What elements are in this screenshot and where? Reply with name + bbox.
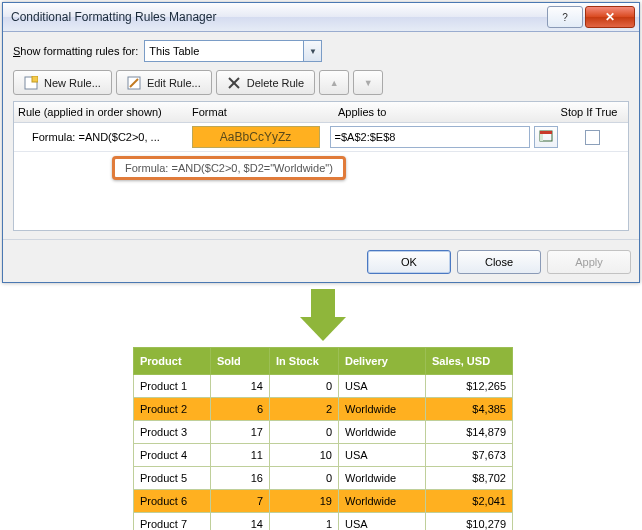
- applies-to-value: =$A$2:$E$8: [335, 131, 396, 143]
- apply-button[interactable]: Apply: [547, 250, 631, 274]
- cell-sales[interactable]: $10,279: [426, 513, 513, 531]
- table-row[interactable]: Product 262Worldwide$4,385: [134, 398, 513, 421]
- cell-delivery[interactable]: USA: [339, 513, 426, 531]
- rules-toolbar: New Rule... Edit Rule... Delete Rule ▲ ▼: [13, 70, 629, 95]
- header-instock: In Stock: [270, 348, 339, 375]
- close-button[interactable]: Close: [457, 250, 541, 274]
- scope-row: Show formatting rules for: This Table ▼: [13, 40, 629, 62]
- cell-product[interactable]: Product 5: [134, 467, 211, 490]
- cell-sales[interactable]: $7,673: [426, 444, 513, 467]
- scope-label: Show formatting rules for:: [13, 45, 138, 57]
- conditional-formatting-dialog: Conditional Formatting Rules Manager ? ✕…: [2, 2, 640, 283]
- svg-rect-1: [32, 76, 38, 82]
- rule-label: Formula: =AND($C2>0, ...: [14, 131, 186, 143]
- ok-button[interactable]: OK: [367, 250, 451, 274]
- cell-instock[interactable]: 0: [270, 467, 339, 490]
- dialog-title: Conditional Formatting Rules Manager: [11, 10, 547, 24]
- data-table: Product Sold In Stock Delivery Sales, US…: [133, 347, 513, 530]
- cell-instock[interactable]: 10: [270, 444, 339, 467]
- cell-delivery[interactable]: USA: [339, 375, 426, 398]
- cell-product[interactable]: Product 2: [134, 398, 211, 421]
- grid-header: Rule (applied in order shown) Format App…: [14, 102, 628, 123]
- cell-sold[interactable]: 6: [211, 398, 270, 421]
- rule-formula-tooltip: Formula: =AND($C2>0, $D2="Worldwide"): [112, 156, 346, 180]
- new-rule-icon: [24, 76, 38, 90]
- cell-sales[interactable]: $14,879: [426, 421, 513, 444]
- scope-value: This Table: [149, 45, 199, 57]
- cell-instock[interactable]: 2: [270, 398, 339, 421]
- scope-combobox[interactable]: This Table ▼: [144, 40, 322, 62]
- table-row[interactable]: Product 3170Worldwide$14,879: [134, 421, 513, 444]
- header-product: Product: [134, 348, 211, 375]
- table-header-row: Product Sold In Stock Delivery Sales, US…: [134, 348, 513, 375]
- arrow-up-icon: ▲: [330, 78, 339, 88]
- cell-instock[interactable]: 0: [270, 375, 339, 398]
- arrow-down-graphic: [300, 289, 346, 343]
- cell-sales[interactable]: $8,702: [426, 467, 513, 490]
- cell-delivery[interactable]: Worldwide: [339, 467, 426, 490]
- edit-rule-button[interactable]: Edit Rule...: [116, 70, 212, 95]
- table-row[interactable]: Product 41110USA$7,673: [134, 444, 513, 467]
- cell-sold[interactable]: 11: [211, 444, 270, 467]
- help-button[interactable]: ?: [547, 6, 583, 28]
- applies-to-input[interactable]: =$A$2:$E$8: [330, 126, 530, 148]
- cell-delivery[interactable]: Worldwide: [339, 398, 426, 421]
- cell-sold[interactable]: 14: [211, 375, 270, 398]
- table-row[interactable]: Product 6719Worldwide$2,041: [134, 490, 513, 513]
- table-row[interactable]: Product 5160Worldwide$8,702: [134, 467, 513, 490]
- cell-sold[interactable]: 7: [211, 490, 270, 513]
- close-icon: ✕: [605, 10, 615, 24]
- cell-product[interactable]: Product 7: [134, 513, 211, 531]
- dialog-body: Show formatting rules for: This Table ▼ …: [3, 32, 639, 282]
- cell-instock[interactable]: 0: [270, 421, 339, 444]
- header-sold: Sold: [211, 348, 270, 375]
- svg-rect-7: [540, 131, 552, 134]
- stop-if-true-checkbox[interactable]: [585, 130, 600, 145]
- cell-product[interactable]: Product 1: [134, 375, 211, 398]
- new-rule-button[interactable]: New Rule...: [13, 70, 112, 95]
- titlebar[interactable]: Conditional Formatting Rules Manager ? ✕: [3, 3, 639, 32]
- cell-delivery[interactable]: USA: [339, 444, 426, 467]
- cell-sales[interactable]: $4,385: [426, 398, 513, 421]
- header-delivery: Delivery: [339, 348, 426, 375]
- cell-sold[interactable]: 14: [211, 513, 270, 531]
- edit-rule-icon: [127, 76, 141, 90]
- header-rule: Rule (applied in order shown): [14, 106, 188, 118]
- cell-sales[interactable]: $2,041: [426, 490, 513, 513]
- dialog-footer: OK Close Apply: [3, 239, 639, 282]
- close-window-button[interactable]: ✕: [585, 6, 635, 28]
- move-up-button[interactable]: ▲: [319, 70, 349, 95]
- arrow-down-icon: ▼: [364, 78, 373, 88]
- header-format: Format: [188, 106, 334, 118]
- svg-rect-8: [540, 134, 543, 141]
- cell-instock[interactable]: 19: [270, 490, 339, 513]
- delete-rule-button[interactable]: Delete Rule: [216, 70, 316, 95]
- result-sheet: Product Sold In Stock Delivery Sales, US…: [2, 347, 642, 530]
- cell-product[interactable]: Product 6: [134, 490, 211, 513]
- cell-delivery[interactable]: Worldwide: [339, 421, 426, 444]
- illustration-arrow: [2, 289, 642, 343]
- delete-rule-icon: [227, 76, 241, 90]
- header-sales: Sales, USD: [426, 348, 513, 375]
- cell-sales[interactable]: $12,265: [426, 375, 513, 398]
- cell-product[interactable]: Product 3: [134, 421, 211, 444]
- range-selector-button[interactable]: [534, 126, 558, 148]
- cell-product[interactable]: Product 4: [134, 444, 211, 467]
- header-applies: Applies to: [334, 106, 550, 118]
- chevron-down-icon: ▼: [303, 41, 321, 61]
- format-preview: AaBbCcYyZz: [192, 126, 320, 148]
- header-stop: Stop If True: [550, 106, 628, 118]
- help-icon: ?: [562, 12, 568, 23]
- range-selector-icon: [539, 130, 553, 144]
- cell-instock[interactable]: 1: [270, 513, 339, 531]
- cell-sold[interactable]: 16: [211, 467, 270, 490]
- cell-sold[interactable]: 17: [211, 421, 270, 444]
- cell-delivery[interactable]: Worldwide: [339, 490, 426, 513]
- move-down-button[interactable]: ▼: [353, 70, 383, 95]
- table-row[interactable]: Product 7141USA$10,279: [134, 513, 513, 531]
- rule-row[interactable]: Formula: =AND($C2>0, ... AaBbCcYyZz =$A$…: [14, 123, 628, 152]
- rules-grid: Rule (applied in order shown) Format App…: [13, 101, 629, 231]
- table-row[interactable]: Product 1140USA$12,265: [134, 375, 513, 398]
